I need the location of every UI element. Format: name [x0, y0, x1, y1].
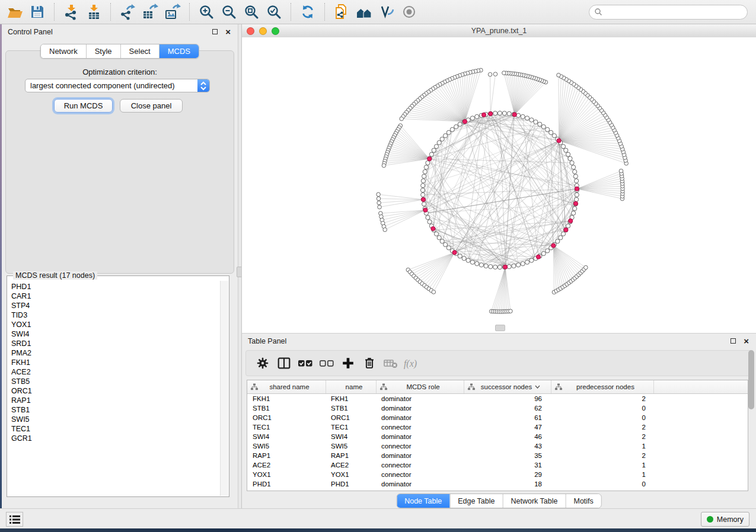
- mcds-result-item[interactable]: PHD1: [11, 282, 221, 291]
- table-row[interactable]: SWI4SWI4dominator462: [247, 432, 748, 441]
- zoom-selected-icon[interactable]: [264, 2, 284, 22]
- graph-leaf-node[interactable]: [377, 193, 381, 197]
- mcds-result-item[interactable]: GCR1: [11, 434, 221, 443]
- graph-mcds-node[interactable]: [536, 255, 540, 259]
- graph-node[interactable]: [549, 130, 553, 134]
- table-tab-motifs[interactable]: Motifs: [565, 494, 601, 508]
- graph-node[interactable]: [423, 169, 427, 174]
- table-scrollbar-thumb[interactable]: [748, 350, 754, 409]
- graph-node[interactable]: [446, 246, 451, 250]
- tab-style[interactable]: Style: [86, 44, 120, 58]
- graph-node[interactable]: [446, 130, 451, 134]
- export-image-icon[interactable]: [162, 2, 183, 22]
- graph-mcds-node[interactable]: [421, 197, 425, 201]
- graph-node[interactable]: [575, 179, 579, 183]
- graph-node[interactable]: [521, 262, 525, 266]
- graph-node[interactable]: [440, 137, 444, 141]
- graph-leaf-node[interactable]: [383, 227, 387, 232]
- graph-node[interactable]: [437, 140, 441, 145]
- zoom-in-icon[interactable]: [196, 2, 216, 22]
- graph-node[interactable]: [475, 262, 479, 266]
- graph-node[interactable]: [521, 114, 525, 118]
- mcds-result-item[interactable]: SRD1: [11, 339, 221, 348]
- zoom-fit-icon[interactable]: [241, 2, 261, 22]
- import-network-icon[interactable]: [61, 2, 81, 22]
- column-header-name[interactable]: name: [326, 380, 377, 393]
- mcds-result-item[interactable]: STP4: [11, 301, 221, 310]
- graph-node[interactable]: [559, 236, 563, 240]
- graph-node[interactable]: [440, 239, 444, 243]
- graph-mcds-node[interactable]: [573, 201, 578, 206]
- graph-node[interactable]: [556, 239, 560, 243]
- graph-node[interactable]: [470, 116, 474, 120]
- mcds-result-item[interactable]: TID3: [11, 310, 221, 320]
- table-row[interactable]: STB1STB1dominator620: [247, 403, 748, 413]
- float-window-icon[interactable]: [212, 29, 218, 34]
- graph-leaf-node[interactable]: [502, 71, 506, 75]
- hide-selected-icon[interactable]: [377, 2, 397, 22]
- graph-node[interactable]: [426, 216, 430, 220]
- graph-node[interactable]: [421, 193, 425, 197]
- graph-mcds-node[interactable]: [481, 113, 486, 117]
- mcds-result-item[interactable]: FKH1: [11, 358, 221, 367]
- graph-node[interactable]: [424, 165, 428, 169]
- graph-node[interactable]: [575, 193, 579, 197]
- graph-node[interactable]: [561, 145, 565, 149]
- new-network-from-selection-icon[interactable]: [331, 2, 352, 22]
- graph-mcds-node[interactable]: [452, 251, 457, 255]
- mcds-result-item[interactable]: ORC1: [11, 386, 221, 396]
- graph-node[interactable]: [534, 120, 538, 124]
- graph-leaf-node[interactable]: [400, 117, 404, 121]
- graph-mcds-node[interactable]: [512, 113, 516, 117]
- mcds-result-item[interactable]: SWI5: [11, 415, 221, 424]
- graph-node[interactable]: [546, 127, 550, 132]
- graph-node[interactable]: [470, 260, 474, 264]
- graph-node[interactable]: [489, 265, 493, 269]
- mcds-result-item[interactable]: STB1: [11, 405, 221, 415]
- graph-node[interactable]: [444, 242, 448, 246]
- graph-node[interactable]: [502, 111, 506, 116]
- column-selector-icon[interactable]: [275, 354, 294, 373]
- graph-mcds-node[interactable]: [503, 265, 508, 269]
- graph-node[interactable]: [429, 152, 433, 156]
- graph-leaf-node[interactable]: [557, 73, 561, 78]
- table-row[interactable]: RAP1RAP1dominator352: [247, 451, 748, 460]
- run-mcds-button[interactable]: Run MCDS: [54, 99, 113, 113]
- search-input[interactable]: [602, 6, 747, 18]
- tab-mcds[interactable]: MCDS: [159, 44, 199, 58]
- tab-select[interactable]: Select: [120, 44, 159, 58]
- graph-node[interactable]: [421, 184, 425, 188]
- horizontal-splitter-handle[interactable]: [495, 325, 505, 331]
- table-scrollbar[interactable]: [748, 349, 755, 441]
- graph-node[interactable]: [538, 122, 542, 126]
- graph-node[interactable]: [573, 169, 577, 174]
- mcds-result-item[interactable]: TEC1: [11, 424, 221, 434]
- graph-node[interactable]: [497, 111, 502, 115]
- graph-mcds-node[interactable]: [575, 187, 579, 191]
- network-canvas[interactable]: [242, 37, 755, 331]
- graph-node[interactable]: [450, 127, 454, 132]
- table-row[interactable]: PHD1PHD1dominator180: [247, 479, 748, 489]
- criterion-dropdown[interactable]: largest connected component (undirected): [25, 79, 210, 92]
- graph-node[interactable]: [497, 265, 502, 269]
- table-row[interactable]: YOX1YOX1connector291: [247, 470, 748, 479]
- table-tab-edge-table[interactable]: Edge Table: [449, 494, 502, 508]
- close-panel-icon[interactable]: ×: [225, 26, 231, 37]
- graph-leaf-node[interactable]: [509, 309, 513, 313]
- column-header-successor-nodes[interactable]: successor nodes: [464, 380, 551, 393]
- graph-node[interactable]: [437, 236, 441, 240]
- graph-node[interactable]: [552, 134, 556, 138]
- open-session-icon[interactable]: [5, 2, 25, 22]
- graph-node[interactable]: [566, 152, 570, 156]
- deselect-all-icon[interactable]: [317, 354, 336, 373]
- table-tab-network-table[interactable]: Network Table: [503, 494, 566, 508]
- graph-node[interactable]: [541, 124, 546, 129]
- graph-mcds-node[interactable]: [428, 157, 432, 161]
- memory-button[interactable]: Memory: [701, 512, 749, 527]
- graph-node[interactable]: [432, 148, 436, 152]
- graph-node[interactable]: [479, 263, 483, 267]
- delete-column-icon[interactable]: [360, 354, 379, 373]
- settings-gear-icon[interactable]: [253, 354, 272, 373]
- search-field[interactable]: [589, 5, 748, 20]
- table-row[interactable]: TEC1TEC1connector472: [247, 422, 748, 432]
